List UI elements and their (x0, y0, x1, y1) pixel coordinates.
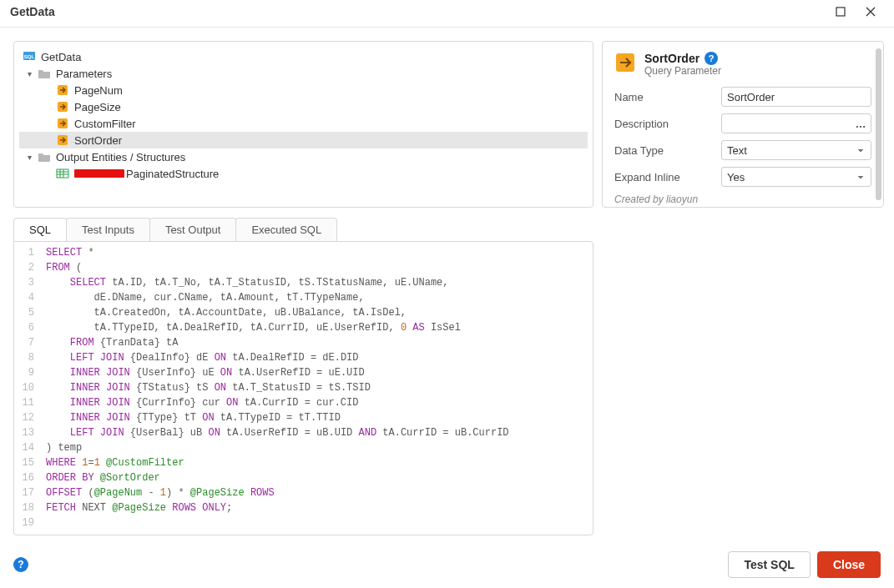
tree-param-label: SortOrder (74, 134, 122, 147)
prop-type-label: Data Type (614, 144, 715, 157)
svg-rect-0 (836, 8, 845, 16)
tab-sql[interactable]: SQL (13, 218, 67, 241)
code-line: 15WHERE 1=1 @CustomFilter (14, 455, 593, 470)
tab-test-inputs[interactable]: Test Inputs (66, 218, 150, 241)
caret-down-icon[interactable]: ▾ (24, 68, 34, 78)
panel-subtitle: Query Parameter (644, 65, 721, 77)
code-line: 11 INNER JOIN {CurrInfo} cur ON tA.CurrI… (14, 395, 593, 410)
test-sql-button[interactable]: Test SQL (728, 551, 810, 578)
code-line: 17OFFSET (@PageNum - 1) * @PageSize ROWS (14, 485, 593, 500)
code-line: 9 INNER JOIN {UserInfo} uE ON tA.UserRef… (14, 365, 593, 380)
tab-test-output[interactable]: Test Output (149, 218, 236, 241)
param-in-icon (56, 83, 69, 97)
ellipsis-icon[interactable]: … (853, 116, 868, 131)
code-line: 7 FROM {TranData} tA (14, 335, 593, 350)
tree-param-pagenum[interactable]: PageNum (19, 82, 588, 98)
close-window-button[interactable] (856, 3, 886, 20)
code-line: 2FROM ( (14, 260, 593, 275)
help-icon[interactable]: ? (705, 52, 718, 65)
property-panel: SortOrder ? Query Parameter Name Descrip… (602, 41, 884, 208)
svg-rect-7 (57, 169, 68, 178)
editor-tabs: SQL Test Inputs Test Output Executed SQL (13, 218, 593, 241)
sql-editor[interactable]: 1SELECT *2FROM (3 SELECT tA.ID, tA.T_No,… (13, 241, 593, 535)
tree-param-label: PageNum (74, 84, 123, 97)
close-button[interactable]: Close (817, 551, 881, 578)
code-line: 10 INNER JOIN {TStatus} tS ON tA.T_Statu… (14, 380, 593, 395)
code-line: 18FETCH NEXT @PageSize ROWS ONLY; (14, 500, 593, 515)
tree-param-label: CustomFilter (74, 118, 136, 130)
redacted-label (74, 169, 124, 178)
code-line: 19 (14, 515, 593, 530)
folder-icon (38, 150, 51, 163)
param-in-icon (56, 100, 69, 113)
tree-parameters[interactable]: ▾ Parameters (19, 65, 588, 82)
prop-expand-select[interactable]: Yes (721, 167, 871, 187)
code-line: 6 tA.TTypeID, tA.DealRefID, tA.CurrID, u… (14, 320, 593, 335)
tree-output[interactable]: ▾ Output Entities / Structures (19, 148, 588, 165)
sql-icon: SQL (23, 50, 36, 63)
window-title: GetData (10, 5, 826, 18)
svg-text:SQL: SQL (24, 54, 35, 59)
tree-output-item[interactable]: PaginatedStructure (19, 165, 588, 182)
tree-output-label: Output Entities / Structures (56, 151, 185, 163)
tree-output-item-label: PaginatedStructure (126, 168, 219, 180)
tree-root-label: GetData (41, 51, 81, 63)
code-line: 3 SELECT tA.ID, tA.T_No, tA.T_StatusID, … (14, 275, 593, 290)
tree-param-label: PageSize (74, 101, 121, 113)
param-in-icon (56, 117, 69, 130)
code-line: 1SELECT * (14, 245, 593, 260)
tree-root[interactable]: SQL GetData (19, 48, 588, 65)
code-line: 14) temp (14, 440, 593, 455)
code-line: 4 dE.DName, cur.CName, tA.Amount, tT.TTy… (14, 290, 593, 305)
dialog-footer: ? Test SQL Close (0, 542, 894, 588)
folder-icon (38, 67, 51, 80)
code-line: 13 LEFT JOIN {UserBal} uB ON tA.UserRefI… (14, 425, 593, 440)
panel-title: SortOrder (644, 52, 700, 65)
maximize-button[interactable] (826, 3, 856, 20)
prop-name-input[interactable] (721, 87, 871, 107)
code-line: 16ORDER BY @SortOrder (14, 470, 593, 485)
tree-param-pagesize[interactable]: PageSize (19, 98, 588, 115)
tree-parameters-label: Parameters (56, 68, 112, 80)
code-line: 8 LEFT JOIN {DealInfo} dE ON tA.DealRefI… (14, 350, 593, 365)
prop-desc-input[interactable] (721, 113, 871, 133)
prop-desc-label: Description (614, 118, 715, 130)
caret-down-icon[interactable]: ▾ (24, 152, 34, 162)
structure-icon (56, 167, 69, 180)
query-tree: SQL GetData ▾ Parameters PageNum Pa (13, 41, 593, 208)
prop-expand-label: Expand Inline (614, 171, 715, 183)
code-line: 12 INNER JOIN {TType} tT ON tA.TTypeID =… (14, 410, 593, 425)
title-bar: GetData (0, 0, 894, 28)
scrollbar[interactable] (876, 48, 881, 200)
tree-param-sortorder[interactable]: SortOrder (19, 132, 588, 148)
prop-name-label: Name (614, 91, 715, 103)
code-line: 5 tA.CreatedOn, tA.AccountDate, uB.UBala… (14, 305, 593, 320)
param-in-icon (56, 133, 69, 147)
param-in-icon (614, 52, 636, 73)
footer-help-icon[interactable]: ? (13, 557, 28, 572)
tree-param-customfilter[interactable]: CustomFilter (19, 115, 588, 132)
panel-created-by: Created by liaoyun (614, 193, 871, 205)
prop-type-select[interactable]: Text (721, 140, 871, 160)
tab-executed-sql[interactable]: Executed SQL (235, 218, 337, 241)
